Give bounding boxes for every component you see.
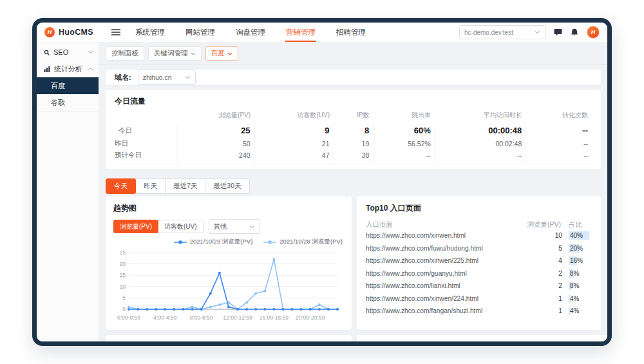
tab-chip-1[interactable]: 控制面板 [106,46,144,61]
chevron-down-icon [249,225,255,229]
sidebar-item-seo[interactable]: SEO [37,44,99,61]
range-button-3[interactable]: 最近7天 [165,178,205,194]
new-old-visitors-card: 新老访客 新访客老访客 [357,335,607,341]
traffic-cell: 19 [334,138,374,149]
today-traffic-table: 浏览量(PV)访客数(UV)IP数跳出率平均访问时长转化次数 今日259860%… [115,108,592,164]
brand: H HuoCMS [44,23,93,42]
traffic-row-label: 今日 [115,123,176,138]
environment-select[interactable]: hc-demo.dev.test [459,25,545,39]
svg-text:12:00-12:59: 12:00-12:59 [223,314,252,321]
page-share-cell: 20% [569,244,592,253]
metric-button-1[interactable]: 浏览量(PV) [113,220,158,233]
message-icon[interactable] [554,28,562,36]
traffic-cell: 50 [176,138,254,149]
sidebar-item-baidu[interactable]: 百度 [37,77,99,94]
page-list-row: https://www.zhco.com/fuwu/hudong.html520… [366,242,596,255]
page-url-link[interactable]: https://www.zhco.com/guanyu.html [366,270,527,277]
svg-text:4:00-4:59: 4:00-4:59 [153,314,176,321]
sidebar-item-label: SEO [53,48,84,56]
menu-fold-icon[interactable] [111,23,120,42]
traffic-cell: 25 [176,123,254,138]
traffic-cell: 21 [254,138,334,149]
sidebar-item-statistics[interactable]: 统计分析 [37,61,99,77]
nav-item-5[interactable]: 招聘管理 [336,23,366,42]
share-value: 8% [569,270,579,277]
nav-item-4[interactable]: 营销管理 [285,23,316,42]
tab-chip-label: 关键词管理 [154,49,188,58]
range-button-1[interactable]: 今天 [106,178,136,194]
huocms-app: H HuoCMS 系统管理网站管理询盘管理营销管理招聘管理 hc-demo.de… [37,23,607,341]
tab-chip-3[interactable]: 百度 [205,46,238,61]
traffic-cell: 60% [374,123,435,138]
main-content: 控制面板关键词管理百度 域名: zhihuo.cn 今日流量 浏览量(PV)访客… [99,43,607,341]
svg-text:20: 20 [120,261,126,267]
tab-chip-2[interactable]: 关键词管理 [148,46,202,61]
range-button-4[interactable]: 最近30天 [205,178,249,194]
chart-legend: 2021/10/29 浏览量(PV)2021/10/28 浏览量(PV) [113,238,344,246]
page-list-row: https://www.zhco.com/xinwen.html1040% [366,229,596,242]
svg-text:25: 25 [120,249,126,256]
chevron-down-icon [88,50,93,54]
share-value: 16% [569,257,583,264]
traffic-cell: -- [435,149,526,164]
other-metric-select[interactable]: 其他 [209,219,260,234]
sidebar: SEO 统计分析 百度 谷歌 [37,43,99,341]
page-list-row: https://www.zhco.com/xinwen/224.html14% [366,292,596,305]
legend-item-2[interactable]: 2021/10/28 浏览量(PV) [263,238,343,246]
traffic-col-2: 访客数(UV) [254,108,334,123]
traffic-col-spacer [115,108,176,123]
page-pv-value: 2 [527,270,562,277]
top-bar-right: hc-demo.dev.test H [459,23,600,42]
page-pv-value: 1 [527,295,562,302]
nav-item-1[interactable]: 系统管理 [135,23,166,42]
traffic-cell: -- [526,138,592,149]
sidebar-item-google[interactable]: 谷歌 [37,94,99,111]
user-avatar[interactable]: H [587,26,600,39]
page-url-link[interactable]: https://www.zhco.com/xinwen.html [366,232,527,239]
domain-label: 域名: [115,73,131,82]
page-url-link[interactable]: https://www.zhco.com/fuwu/hudong.html [366,245,527,252]
col-pv: 浏览量(PV) [526,220,561,229]
page-share-cell: 4% [569,294,592,303]
page-list-row: https://www.zhco.com/fangan/shuzi.html14… [366,305,596,318]
range-button-2[interactable]: 昨天 [135,178,166,194]
traffic-cell: 00:02:48 [435,138,526,149]
page-share-cell: 8% [569,269,592,278]
metric-button-2[interactable]: 访客数(UV) [158,220,204,233]
nav-item-2[interactable]: 网站管理 [185,23,216,42]
traffic-cell: 8 [334,123,374,138]
share-value: 4% [569,295,579,302]
top10-visited-pages-card: Top10 受访页面 受访页面 浏览量(PV) 占比 https://www.z… [106,335,352,341]
nav-item-3[interactable]: 询盘管理 [235,23,266,42]
page-url-link[interactable]: https://www.zhco.com/lianxi.html [366,282,527,289]
traffic-col-4: 跳出率 [374,108,435,123]
traffic-row: 预计今日2404738------ [115,149,592,164]
share-value: 20% [569,245,583,252]
col-entry-page: 入口页面 [366,220,526,229]
traffic-col-3: IP数 [334,108,374,123]
page-url-link[interactable]: https://www.zhco.com/xinwen/225.html [366,257,527,264]
chevron-up-icon [88,67,93,71]
legend-item-1[interactable]: 2021/10/29 浏览量(PV) [173,238,253,246]
traffic-col-1: 浏览量(PV) [176,108,254,123]
page-share-cell: 8% [569,282,592,290]
metric-row: 浏览量(PV)访客数(UV) 其他 [113,219,344,234]
traffic-row-label: 昨日 [115,138,176,149]
sidebar-item-label: 统计分析 [54,64,84,74]
domain-select[interactable]: zhihuo.cn [138,70,196,85]
page-url-link[interactable]: https://www.zhco.com/fangan/shuzi.html [366,307,527,314]
breadcrumb-tabs: 控制面板关键词管理百度 [99,45,607,65]
traffic-cell: 00:00:48 [435,123,526,138]
today-traffic-card: 今日流量 浏览量(PV)访客数(UV)IP数跳出率平均访问时长转化次数 今日25… [106,90,601,169]
page-pv-value: 10 [527,232,562,239]
entry-pages-rows: https://www.zhco.com/xinwen.html1040%htt… [366,229,596,318]
bell-icon[interactable] [571,28,578,37]
chevron-down-icon [191,52,196,55]
page-url-link[interactable]: https://www.zhco.com/xinwen/224.html [366,295,527,302]
page-list-row: https://www.zhco.com/guanyu.html28% [366,267,596,280]
charts-row: 趋势图 浏览量(PV)访客数(UV) 其他 2021/10/29 浏览量(PV)… [106,196,601,330]
traffic-row: 今日259860%00:00:48-- [115,123,592,138]
page-share-cell: 16% [569,256,592,265]
page-pv-value: 4 [527,257,562,264]
brand-name: HuoCMS [59,28,93,37]
